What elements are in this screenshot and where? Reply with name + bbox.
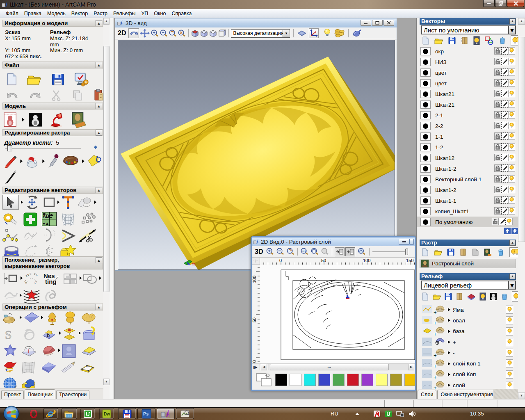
svg-text:150: 150 [406,258,413,263]
svg-text:c u: c u [34,272,39,277]
svg-text:●▲: ●▲ [43,221,49,226]
svg-text:ting: ting [45,278,57,285]
svg-text:t e: t e [24,280,28,284]
svg-text:Ps: Ps [143,411,148,416]
svg-text:S: S [5,328,12,341]
svg-text:1:1: 1:1 [302,249,306,252]
svg-text:0: 0 [279,258,282,263]
svg-text:50: 50 [252,317,257,322]
svg-text:100: 100 [363,258,370,263]
svg-text:Dw: Dw [104,412,110,416]
svg-text:50: 50 [321,258,326,263]
svg-text:b: b [47,333,50,338]
svg-text:a b c: a b c [25,272,32,278]
svg-text:100: 100 [252,276,257,283]
svg-text:0: 0 [252,360,257,363]
